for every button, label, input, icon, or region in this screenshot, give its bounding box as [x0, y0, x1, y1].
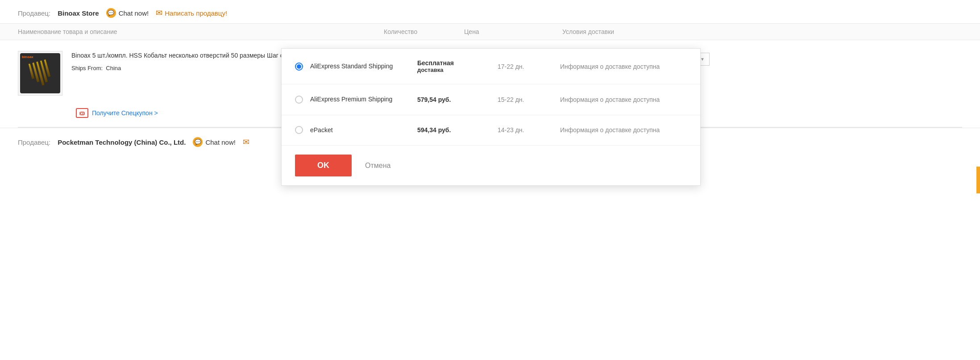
store-logo: binoax [22, 55, 33, 59]
overlay-footer: OK Отмена [282, 146, 700, 185]
seller-name-1: Binoax Store [58, 9, 99, 17]
option-days-premium: 15-22 дн. [498, 96, 560, 103]
chat-icon-1: 💬 [106, 8, 116, 18]
chat-now-label-2: Chat now! [205, 138, 236, 146]
header-product: Наименование товара и описание [18, 28, 384, 35]
radio-epacket[interactable] [295, 126, 303, 134]
drill-case-graphic: binoax [20, 53, 60, 93]
message-label-1: Написать продавцу! [165, 9, 227, 17]
right-edge-bar [976, 167, 980, 193]
radio-premium[interactable] [295, 96, 303, 104]
chat-now-label-1: Chat now! [119, 9, 149, 17]
option-days-epacket: 14-23 дн. [498, 126, 560, 134]
option-days-standard: 17-22 дн. [498, 63, 560, 70]
header-price: Цена [464, 28, 562, 35]
shipping-overlay: AliExpress Standard Shipping Бесплатная … [281, 48, 701, 186]
radio-standard[interactable] [295, 63, 303, 71]
option-cost-epacket: 594,34 руб. [417, 126, 498, 134]
seller-label-2: Продавец: [18, 138, 50, 146]
envelope-icon-1: ✉ [156, 8, 162, 18]
ships-from-value: China [106, 65, 121, 71]
chat-icon-2: 💬 [193, 137, 203, 147]
header-qty: Количество [384, 28, 464, 35]
option-name-epacket: ePacket [310, 126, 417, 135]
option-info-epacket: Информация о доставке доступна [560, 126, 687, 134]
seller-label-1: Продавец: [18, 9, 50, 17]
coupon-icon: 🎟 [76, 108, 88, 118]
option-name-premium: AliExpress Premium Shipping [310, 95, 417, 104]
option-info-premium: Информация о доставке доступна [560, 96, 687, 103]
ships-from-label: Ships From: [71, 65, 103, 71]
drill-bits [28, 59, 53, 88]
option-name-standard: AliExpress Standard Shipping [310, 62, 417, 71]
option-cost-standard: Бесплатная доставка [417, 59, 498, 73]
seller-name-2: Pocketman Technology (China) Co., Ltd. [58, 138, 186, 146]
chevron-down-icon: ▼ [700, 57, 705, 62]
header-shipping: Условия доставки [562, 28, 962, 35]
page-wrapper: Продавец: Binoax Store 💬 Chat now! ✉ Нап… [0, 0, 980, 360]
option-info-standard: Информация о доставке доступна [560, 63, 687, 70]
table-header: Наименование товара и описание Количеств… [0, 24, 980, 40]
product-image: binoax [18, 51, 62, 96]
chat-now-button-2[interactable]: 💬 Chat now! [193, 137, 236, 147]
message-seller-button-1[interactable]: ✉ Написать продавцу! [156, 8, 227, 18]
shipping-option-premium[interactable]: AliExpress Premium Shipping 579,54 руб. … [282, 84, 700, 115]
message-seller-button-2[interactable]: ✉ [243, 137, 249, 147]
cancel-button[interactable]: Отмена [365, 162, 390, 170]
shipping-option-standard[interactable]: AliExpress Standard Shipping Бесплатная … [282, 49, 700, 84]
seller-bar-1: Продавец: Binoax Store 💬 Chat now! ✉ Нап… [0, 0, 980, 24]
ok-button[interactable]: OK [295, 155, 352, 176]
option-cost-premium: 579,54 руб. [417, 96, 498, 103]
coupon-link[interactable]: Получите Спецкупон > [92, 109, 158, 117]
radio-inner-standard [297, 64, 301, 69]
envelope-icon-2: ✉ [243, 137, 249, 147]
shipping-option-epacket[interactable]: ePacket 594,34 руб. 14-23 дн. Информация… [282, 115, 700, 146]
chat-now-button-1[interactable]: 💬 Chat now! [106, 8, 149, 18]
